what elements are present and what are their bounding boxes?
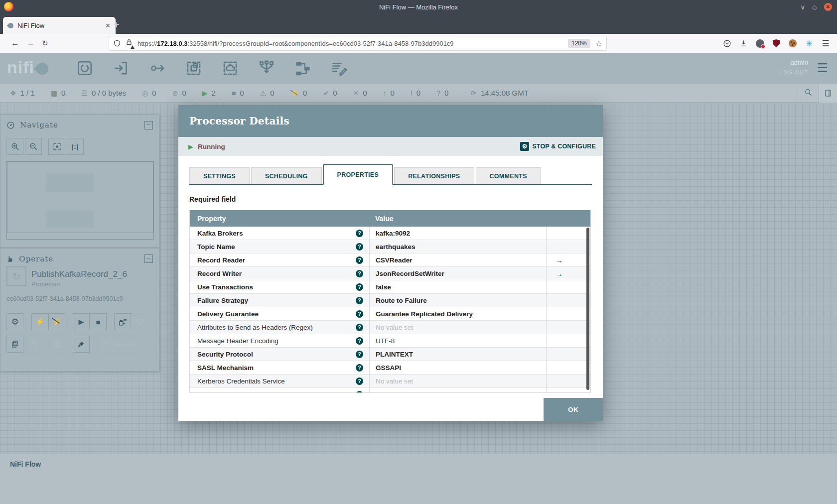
table-row[interactable]: Failure Strategy? Route to Failure [190, 294, 590, 307]
locally-modified-stale-icon: ! [411, 89, 413, 97]
processor-badge-icon: ↻ [6, 266, 26, 286]
nifi-logo: nifi [7, 59, 48, 76]
table-row[interactable]: Topic Name? earthquakes [190, 240, 590, 253]
window-close-button[interactable]: ✕ [824, 3, 832, 11]
shield-icon[interactable] [113, 39, 121, 47]
side-panel-toggle-icon[interactable] [819, 84, 837, 103]
screen: NiFi Flow — Mozilla Firefox ∨ ◇ ✕ NiFi F… [0, 0, 837, 504]
selected-component-id[interactable]: ec60cd03-52f7-341a-8458-97b3dd9901c9 [6, 295, 123, 302]
tab-close-icon[interactable]: ✕ [105, 22, 111, 29]
remote-process-group-icon[interactable] [220, 57, 240, 80]
birdseye-minimap[interactable] [6, 161, 154, 240]
global-menu-icon[interactable]: ☰ [817, 61, 828, 75]
refresh-icon[interactable]: ⟳ [470, 89, 476, 97]
help-icon: ? [356, 243, 363, 251]
operate-hand-icon: ☛ [5, 255, 15, 262]
reload-button[interactable]: ↻ [42, 39, 48, 48]
start-button[interactable]: ▶ [73, 313, 90, 330]
account-icon[interactable] [755, 39, 764, 48]
copy-button[interactable] [6, 336, 23, 353]
table-row[interactable]: Use Transactions? false [190, 280, 590, 294]
search-icon[interactable] [798, 88, 819, 99]
minimap-processor [46, 173, 94, 192]
save-template-icon[interactable] [114, 313, 131, 330]
navigate-panel: Navigate − |:| [0, 115, 159, 248]
browser-toolbar: ← → ↻ https://172.18.0.3:32558/nifi/?pro… [0, 34, 837, 53]
tab-comments[interactable]: COMMENTS [476, 167, 541, 184]
tab-properties[interactable]: PROPERTIES [323, 164, 393, 185]
table-row[interactable]: Security Protocol? PLAINTEXT [190, 348, 590, 361]
table-row[interactable]: Record Reader? CSVReader → [190, 253, 590, 267]
processor-icon[interactable] [75, 57, 95, 80]
running-status-label: Running [198, 143, 225, 150]
window-shade-icon[interactable]: ∨ [800, 3, 805, 11]
table-row[interactable]: Delivery Guarantee? Guarantee Replicated… [190, 307, 590, 321]
operate-title: Operate [19, 254, 53, 263]
browser-menu-icon[interactable]: ☰ [821, 39, 830, 48]
help-icon: ? [356, 364, 363, 372]
url-bar[interactable]: https://172.18.0.3:32558/nifi/?processGr… [109, 36, 607, 51]
stop-button[interactable]: ■ [90, 313, 107, 330]
configuration-button[interactable]: ⚙ [6, 313, 23, 330]
cookie-extension-icon[interactable] [788, 39, 797, 48]
collapse-icon[interactable]: − [144, 254, 153, 263]
zoom-fit-button[interactable] [48, 138, 65, 155]
dialog-header: Processor Details [178, 105, 603, 137]
help-icon: ? [356, 230, 363, 237]
zoom-out-button[interactable] [25, 138, 42, 155]
color-brush-button[interactable] [73, 336, 90, 353]
table-row[interactable]: Message Header Encoding? UTF-8 [190, 334, 590, 348]
help-icon: ? [356, 337, 363, 345]
label-icon[interactable] [329, 57, 349, 80]
output-port-icon[interactable] [147, 57, 167, 80]
running-icon: ▶ [202, 89, 208, 97]
logout-link[interactable]: LOG OUT [780, 69, 808, 75]
url-text[interactable]: https://172.18.0.3:32558/nifi/?processGr… [138, 40, 568, 47]
ublock-icon[interactable] [772, 39, 781, 48]
collapse-icon[interactable]: − [144, 121, 153, 129]
forward-button[interactable]: → [26, 38, 35, 48]
breadcrumb-bar: NiFi Flow [0, 454, 837, 504]
disable-button[interactable]: ⚡ [48, 313, 65, 330]
template-icon[interactable] [293, 57, 313, 80]
help-icon: ? [356, 324, 363, 331]
help-icon: ? [356, 283, 363, 291]
zoom-in-button[interactable] [6, 138, 23, 155]
table-row[interactable]: Kafka Brokers? kafka:9092 [190, 227, 590, 240]
properties-table-body[interactable]: Kafka Brokers? kafka:9092 Topic Name? ea… [190, 227, 590, 392]
nifi-favicon [7, 21, 15, 29]
downloads-icon[interactable] [739, 39, 748, 48]
bookmark-star-icon[interactable]: ☆ [595, 39, 602, 48]
tab-scheduling[interactable]: SCHEDULING [251, 167, 322, 184]
tab-settings[interactable]: SETTINGS [189, 167, 250, 184]
nifi-status-bar: ❖1 / 1 ▦0 ☰0 / 0 bytes ◎0 ⊘0 ▶2 ■0 ⚠0 ⚡0… [0, 84, 837, 103]
table-scrollbar[interactable] [586, 228, 589, 390]
zoom-actual-size-button[interactable]: |:| [67, 138, 84, 155]
nifi-drop-icon [34, 60, 51, 77]
ok-button[interactable]: OK [544, 398, 603, 421]
process-group-icon[interactable] [184, 57, 204, 80]
window-maximize-icon[interactable]: ◇ [812, 3, 817, 11]
tab-relationships[interactable]: RELATIONSHIPS [394, 167, 474, 184]
table-row[interactable]: Kerberos Credentials Service? No value s… [190, 375, 590, 388]
new-tab-button[interactable]: + [114, 19, 120, 31]
back-button[interactable]: ← [11, 38, 19, 48]
page-zoom-badge[interactable]: 120% [568, 39, 590, 48]
table-row[interactable]: SASL Mechanism? GSSAPI [190, 361, 590, 375]
padlock-icon[interactable] [125, 38, 133, 48]
browser-tab[interactable]: NiFi Flow ✕ [3, 17, 116, 34]
enable-button[interactable]: ⚡ [31, 313, 48, 330]
extension-asterisk-icon[interactable]: ✳ [805, 39, 814, 48]
funnel-icon[interactable] [257, 57, 277, 80]
goto-service-icon[interactable]: → [556, 256, 563, 264]
breadcrumb[interactable]: NiFi Flow [0, 454, 837, 468]
table-row[interactable]: Kerberos Principal? No value set [190, 388, 590, 392]
help-icon: ? [356, 256, 363, 264]
help-icon: ? [356, 297, 363, 304]
pocket-icon[interactable] [722, 39, 731, 48]
stop-and-configure-button[interactable]: ⚙ STOP & CONFIGURE [520, 142, 596, 151]
input-port-icon[interactable] [111, 57, 131, 80]
table-row[interactable]: Record Writer? JsonRecordSetWriter → [190, 267, 590, 280]
table-row[interactable]: Attributes to Send as Headers (Regex)? N… [190, 321, 590, 334]
goto-service-icon[interactable]: → [556, 269, 563, 278]
